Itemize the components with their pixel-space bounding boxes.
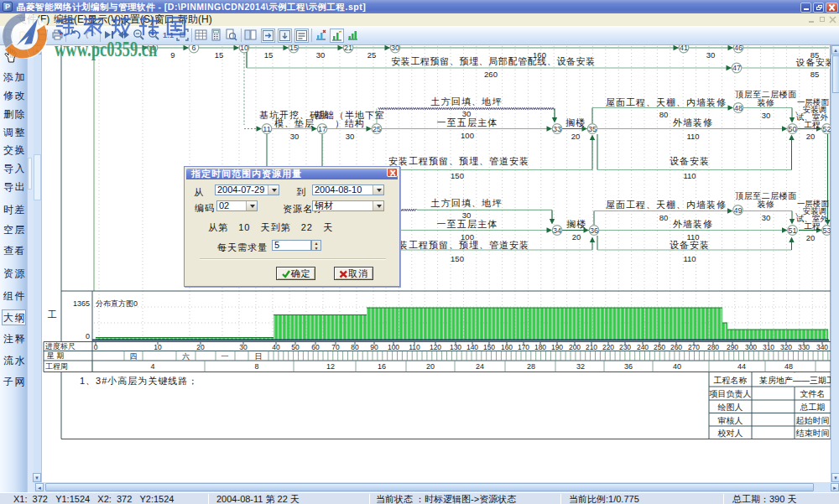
svg-text:33: 33: [553, 125, 561, 133]
svg-text:绘图人: 绘图人: [718, 403, 743, 412]
svg-text:24: 24: [476, 362, 484, 371]
svg-text:工程名称: 工程名称: [714, 376, 748, 385]
svg-text:10: 10: [154, 343, 162, 351]
svg-text:25: 25: [373, 125, 381, 133]
svg-text:130: 130: [450, 343, 461, 351]
svg-text:290: 290: [727, 343, 738, 351]
svg-text:日: 日: [255, 352, 263, 361]
svg-text:85: 85: [810, 70, 820, 79]
svg-text:模、垫层: 模、垫层: [274, 118, 315, 128]
svg-text:180: 180: [534, 343, 546, 351]
svg-text:34: 34: [553, 226, 561, 235]
svg-text:35: 35: [588, 125, 597, 133]
svg-text:80: 80: [351, 343, 359, 351]
svg-text:280: 280: [707, 343, 719, 351]
svg-text:49: 49: [733, 206, 742, 215]
svg-text:30: 30: [762, 213, 771, 222]
svg-text:安装工程预留、预埋、管道安装: 安装工程预留、预埋、管道安装: [388, 156, 529, 166]
svg-text:300: 300: [745, 343, 757, 351]
svg-text:一至五层主体: 一至五层主体: [436, 117, 498, 127]
svg-text:安装工程预留、预埋、局部配管配线、设备安装: 安装工程预留、预埋、局部配管配线、设备安装: [391, 56, 596, 66]
svg-text:30: 30: [239, 343, 248, 351]
svg-text:250: 250: [654, 343, 665, 351]
svg-text:总工期: 总工期: [800, 403, 826, 412]
svg-text:47: 47: [732, 64, 741, 72]
svg-text:53: 53: [822, 226, 831, 235]
svg-text:17: 17: [318, 125, 326, 133]
svg-text:30: 30: [290, 132, 300, 141]
svg-text:90: 90: [370, 343, 378, 351]
svg-text:11: 11: [263, 125, 270, 133]
svg-text:36: 36: [624, 362, 633, 371]
svg-text:40: 40: [673, 362, 681, 371]
svg-text:8: 8: [254, 362, 258, 371]
svg-text:15: 15: [215, 50, 224, 60]
svg-text:土方回填、地坪: 土方回填、地坪: [430, 96, 502, 107]
svg-text:进度标尺: 进度标尺: [45, 342, 76, 351]
svg-text:70: 70: [331, 343, 340, 351]
svg-text:工程: 工程: [805, 221, 821, 231]
svg-text:260: 260: [670, 343, 682, 351]
svg-text:28: 28: [527, 362, 535, 371]
svg-text:48: 48: [784, 362, 793, 371]
svg-text:20: 20: [196, 343, 205, 351]
svg-text:48: 48: [734, 104, 743, 112]
svg-text:60: 60: [311, 343, 320, 351]
svg-text:分布直方图0: 分布直方图0: [96, 299, 138, 308]
svg-text:工程: 工程: [805, 120, 821, 129]
svg-text:文件名: 文件名: [800, 389, 826, 398]
svg-text:20: 20: [572, 232, 581, 242]
svg-text:310: 310: [763, 343, 774, 351]
svg-text:44: 44: [737, 362, 746, 371]
svg-text:160: 160: [501, 343, 513, 351]
svg-text:140: 140: [466, 343, 478, 351]
svg-text:六: 六: [182, 352, 190, 361]
svg-text:某房地产——三期工: 某房地产——三期工: [759, 376, 831, 385]
svg-text:110: 110: [683, 171, 696, 180]
svg-text:150: 150: [483, 343, 495, 351]
svg-text:装修: 装修: [758, 98, 775, 107]
svg-text:240: 240: [637, 343, 649, 351]
svg-text:1365: 1365: [73, 299, 90, 308]
svg-text:50: 50: [788, 125, 796, 133]
svg-text:30: 30: [346, 132, 355, 141]
svg-text:1:1: 1:1: [163, 31, 174, 39]
svg-text:9: 9: [170, 50, 175, 60]
svg-text:51: 51: [788, 226, 796, 235]
svg-text:320: 320: [780, 343, 792, 351]
svg-text:200: 200: [569, 343, 581, 351]
svg-text:330: 330: [798, 343, 810, 351]
svg-text:80: 80: [659, 110, 669, 119]
svg-text:120: 120: [430, 343, 441, 351]
svg-text:设备安装: 设备安装: [795, 57, 831, 67]
svg-text:20: 20: [806, 233, 816, 242]
svg-text:52: 52: [822, 125, 831, 133]
svg-text:16: 16: [378, 362, 386, 371]
svg-text:15: 15: [264, 50, 274, 60]
svg-text:0: 0: [94, 343, 98, 351]
svg-text:装修: 装修: [758, 200, 775, 209]
svg-text:四: 四: [130, 352, 138, 361]
svg-text:20: 20: [806, 132, 816, 141]
svg-text:150: 150: [451, 254, 464, 263]
svg-text:190: 190: [551, 343, 563, 351]
svg-text:项目负责人: 项目负责人: [709, 389, 752, 398]
svg-text:一: 一: [221, 352, 229, 361]
svg-text:校对人: 校对人: [717, 429, 743, 438]
svg-text:设备安装: 设备安装: [670, 240, 710, 250]
svg-text:170: 170: [518, 343, 529, 351]
svg-text:220: 220: [602, 343, 614, 351]
svg-text:1、3#小高层为关键线路；: 1、3#小高层为关键线路；: [80, 376, 198, 386]
svg-text:100: 100: [461, 131, 474, 140]
svg-text:110: 110: [683, 254, 696, 263]
svg-text:星 期: 星 期: [46, 351, 65, 360]
svg-text:外墙装修: 外墙装修: [673, 219, 713, 229]
svg-text:32: 32: [576, 362, 585, 371]
svg-text:230: 230: [619, 343, 631, 351]
svg-text:工: 工: [48, 309, 57, 320]
svg-text:25: 25: [367, 50, 377, 60]
svg-text:20: 20: [426, 362, 435, 371]
svg-text:110: 110: [409, 343, 420, 351]
svg-text:屋面工程、天棚、内墙装修: 屋面工程、天棚、内墙装修: [606, 200, 727, 210]
svg-text:安装工程预留、预埋、管道安装: 安装工程预留、预埋、管道安装: [388, 240, 529, 250]
